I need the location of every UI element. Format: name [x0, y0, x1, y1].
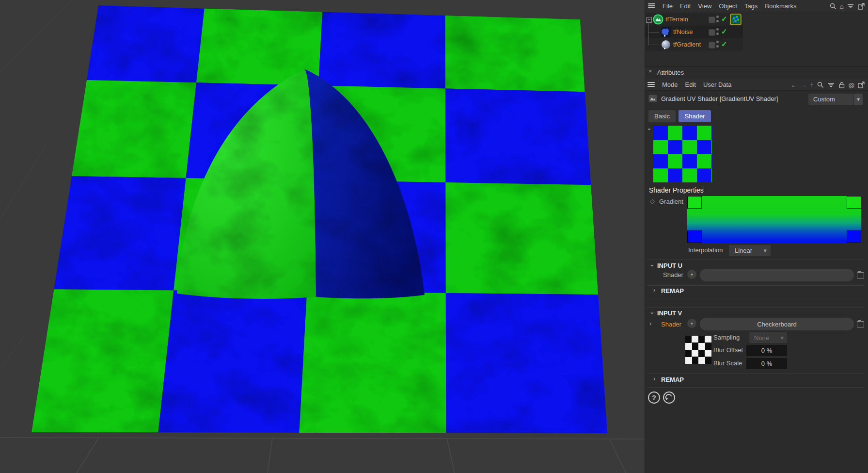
input-u-shader-dropdown-button[interactable]: ▾	[687, 270, 696, 279]
object-row-tfgradient[interactable]: tfGradient ✓	[645, 38, 868, 51]
render-visibility-dot[interactable]	[716, 20, 719, 22]
object-name[interactable]: tfNoise	[673, 28, 693, 35]
parent-up-icon[interactable]: ↑	[810, 81, 814, 89]
enabled-checkmark[interactable]: ✓	[721, 15, 727, 23]
attr-menu-userdata[interactable]: User Data	[703, 81, 732, 88]
om-menu-bookmarks[interactable]: Bookmarks	[765, 2, 796, 10]
gradient-knot-top-left[interactable]	[687, 196, 702, 209]
layer-toggle[interactable]	[709, 42, 715, 49]
input-v-shader-expand-chevron[interactable]: ›	[649, 320, 651, 327]
layer-toggle[interactable]	[709, 16, 715, 23]
chevron-down-icon: ▾	[691, 321, 693, 326]
search-icon[interactable]	[817, 81, 824, 89]
texture-tag-icon[interactable]	[730, 14, 742, 25]
terrain-render	[0, 0, 645, 473]
om-menu-edit[interactable]: Edit	[680, 2, 691, 10]
new-window-icon[interactable]	[857, 81, 865, 89]
search-icon[interactable]	[829, 2, 837, 10]
enabled-checkmark[interactable]: ✓	[721, 40, 727, 49]
blur-scale-label: Blur Scale	[713, 359, 742, 367]
editor-visibility-dot[interactable]	[716, 28, 719, 31]
track-selection-icon[interactable]: ◎	[849, 81, 854, 89]
preview-collapse-chevron[interactable]: ⌄	[647, 124, 652, 131]
input-u-header[interactable]: INPUT U	[657, 262, 682, 269]
input-v-header[interactable]: INPUT V	[657, 310, 682, 317]
checkered-terrain	[0, 0, 645, 473]
om-menu-object[interactable]: Object	[719, 2, 737, 10]
shader-preview[interactable]	[653, 126, 712, 182]
om-menu-view[interactable]: View	[698, 2, 711, 10]
noise-object-icon[interactable]	[661, 27, 671, 37]
chevron-down-icon[interactable]: ▾	[853, 94, 863, 105]
gradient-object-icon[interactable]	[661, 39, 671, 50]
input-u-chevron[interactable]: ⌄	[649, 261, 655, 268]
blur-scale-value: 0 %	[761, 360, 772, 367]
browse-folder-icon[interactable]	[857, 321, 864, 327]
checkerboard-thumbnail[interactable]	[685, 336, 711, 364]
object-row-tfterrain[interactable]: − tfTerrain ✓	[645, 13, 868, 26]
attributes-menubar: Mode Edit User Data ← → ↑ ◎	[645, 79, 868, 91]
terrain-object-icon[interactable]	[653, 14, 663, 25]
attributes-title: Attributes	[657, 69, 684, 76]
remap-u-header[interactable]: REMAP	[661, 287, 684, 294]
object-name[interactable]: tfGradient	[673, 41, 701, 48]
remap-u-chevron[interactable]: ›	[653, 286, 655, 294]
om-menu-file[interactable]: File	[663, 2, 673, 10]
om-menu-tags[interactable]: Tags	[744, 2, 758, 10]
object-name[interactable]: tfTerrain	[665, 16, 688, 23]
attr-hamburger-icon[interactable]	[647, 81, 655, 88]
layer-toggle[interactable]	[709, 29, 715, 36]
expand-collapse-toggle[interactable]: −	[646, 17, 652, 23]
editor-visibility-dot[interactable]	[716, 16, 719, 18]
chevron-down-icon: ▾	[780, 334, 784, 342]
sampling-dropdown[interactable]: None ▾	[749, 332, 787, 343]
history-forward-icon[interactable]: →	[801, 81, 807, 89]
attributes-window-titlebar[interactable]: × Attributes	[645, 66, 868, 79]
remap-v-chevron[interactable]: ›	[653, 375, 655, 382]
object-manager-menubar: File Edit View Object Tags Bookmarks ⌂	[645, 0, 868, 12]
attr-menu-mode[interactable]: Mode	[662, 81, 678, 88]
browse-folder-icon[interactable]	[857, 272, 864, 278]
input-v-shader-label[interactable]: Shader	[661, 321, 681, 328]
viewport-3d[interactable]	[0, 0, 645, 473]
object-row-tfnoise[interactable]: tfNoise ✓	[645, 26, 868, 38]
shader-properties-title: Shader Properties	[649, 186, 704, 194]
preset-value: Custom	[813, 96, 835, 103]
input-v-shader-dropdown-button[interactable]: ▾	[687, 319, 696, 328]
blur-offset-value: 0 %	[761, 347, 772, 354]
filter-icon[interactable]	[847, 2, 854, 10]
om-hamburger-icon[interactable]	[648, 2, 655, 9]
blur-offset-field[interactable]: 0 %	[746, 345, 787, 356]
editor-visibility-dot[interactable]	[716, 41, 719, 43]
input-u-shader-field[interactable]	[700, 269, 854, 281]
gradient-knot-top-right[interactable]	[847, 196, 861, 209]
input-v-chevron[interactable]: ⌄	[649, 308, 655, 315]
tab-shader[interactable]: Shader	[679, 110, 711, 122]
close-icon[interactable]: ×	[648, 67, 652, 75]
render-visibility-dot[interactable]	[716, 45, 719, 48]
render-visibility-dot[interactable]	[716, 33, 719, 35]
new-window-icon[interactable]	[857, 2, 865, 10]
shader-title: Gradient UV Shader [GradientUV Shader]	[661, 95, 778, 102]
enabled-checkmark[interactable]: ✓	[721, 27, 727, 36]
history-back-icon[interactable]: ←	[791, 81, 798, 89]
gradient-knot-bottom-right[interactable]	[847, 230, 861, 243]
chevron-down-icon: ▾	[691, 272, 693, 277]
filter-icon[interactable]	[827, 81, 835, 89]
help-button[interactable]: ?	[647, 391, 661, 404]
attr-menu-edit[interactable]: Edit	[685, 81, 696, 88]
reset-button[interactable]	[663, 391, 676, 404]
blur-scale-field[interactable]: 0 %	[746, 358, 787, 369]
preset-dropdown[interactable]: Custom ▾	[808, 94, 863, 105]
gradient-editor[interactable]	[687, 196, 861, 243]
input-v-shader-field[interactable]: Checkerboard	[700, 318, 854, 330]
interpolation-dropdown[interactable]: Linear ▾	[729, 245, 771, 256]
lock-icon[interactable]	[838, 81, 846, 89]
remap-v-header[interactable]: REMAP	[661, 376, 684, 383]
chevron-down-icon: ▾	[763, 247, 767, 254]
gradient-expand-diamond[interactable]: ◇	[650, 197, 655, 205]
gradient-knot-bottom-left[interactable]	[687, 230, 702, 243]
home-icon[interactable]: ⌂	[840, 2, 844, 10]
tab-basic[interactable]: Basic	[648, 110, 676, 122]
interpolation-value: Linear	[735, 247, 752, 254]
